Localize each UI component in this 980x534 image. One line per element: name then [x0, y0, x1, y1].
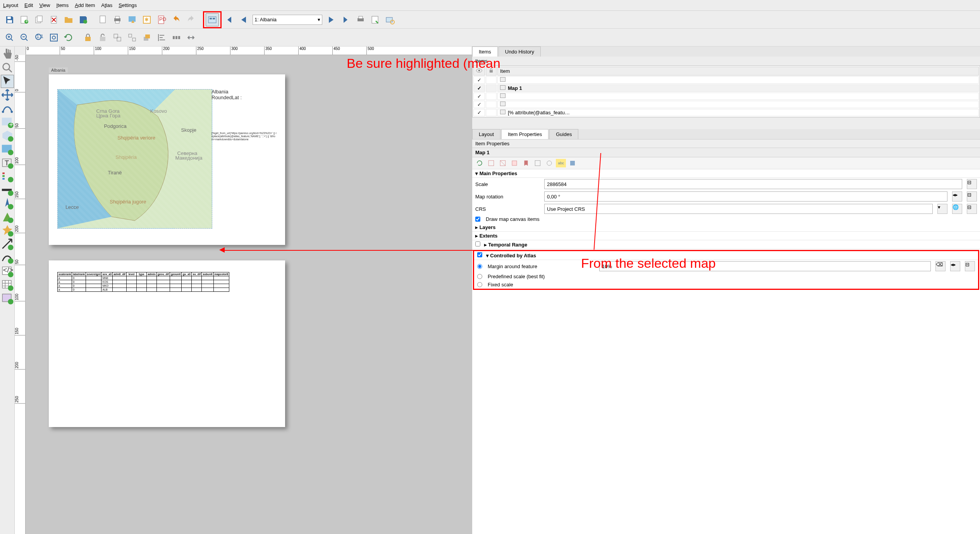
add-map-icon[interactable]: +: [1, 115, 14, 129]
raise-icon[interactable]: [140, 31, 153, 44]
items-table[interactable]: Item ✓✓Map 1✓✓✓[% attribute(@atlas_featu…: [472, 65, 980, 117]
atlas-first-icon[interactable]: [222, 13, 236, 26]
atlas-feature-select[interactable]: 1: Albania ▾: [253, 15, 322, 25]
layout-page-1[interactable]: Shqipëria Crna Gora Црна Гора Kosovo Сев…: [49, 74, 285, 245]
resize-icon[interactable]: [184, 31, 198, 44]
menu-atlas[interactable]: Atlas: [101, 2, 112, 8]
margin-spin-icon[interactable]: ◂▸: [950, 261, 960, 271]
atlas-print-icon[interactable]: [354, 13, 367, 26]
open-folder-icon[interactable]: [62, 13, 75, 26]
items-row[interactable]: ✓Map 1: [473, 84, 979, 92]
view-extent-icon[interactable]: [498, 159, 508, 167]
menu-additem[interactable]: Add Item: [75, 2, 95, 8]
add-nodeitem-icon[interactable]: [1, 251, 14, 264]
refresh-icon[interactable]: [62, 31, 75, 44]
add-picture-icon[interactable]: [1, 143, 14, 156]
clip-settings-icon[interactable]: [544, 159, 554, 167]
menu-settings[interactable]: Settings: [119, 2, 137, 8]
layout-page-2[interactable]: scaleranklabelranksovereigntsov_a3adm0_d…: [49, 260, 285, 427]
edit-nodes-icon[interactable]: [1, 102, 14, 115]
align-left-icon[interactable]: [155, 31, 168, 44]
rotation-spin-icon[interactable]: ◂▸: [952, 191, 962, 202]
undo-icon[interactable]: [170, 13, 183, 26]
atlas-next-icon[interactable]: [325, 13, 338, 26]
labeling-icon[interactable]: abc: [556, 159, 566, 167]
add-label-icon[interactable]: T: [1, 156, 14, 169]
fixed-radio[interactable]: [477, 282, 482, 287]
items-row[interactable]: ✓: [473, 101, 979, 108]
add-arrow-icon[interactable]: [1, 238, 14, 251]
move-content-icon[interactable]: [1, 88, 14, 102]
items-row[interactable]: ✓: [473, 93, 979, 100]
tab-layout[interactable]: Layout: [472, 129, 500, 139]
layout-canvas[interactable]: Albania Shqipëria Crna Gora Црна Гора Ko…: [26, 55, 472, 534]
add-marker-icon[interactable]: [1, 224, 14, 237]
refresh-map-icon[interactable]: [475, 159, 485, 167]
rotation-expr-icon[interactable]: ⊟: [967, 191, 977, 202]
save-template-icon[interactable]: [77, 13, 90, 26]
export-image-icon[interactable]: [126, 13, 139, 26]
lock-icon[interactable]: [81, 31, 95, 44]
section-main-properties[interactable]: Main Properties: [472, 169, 980, 178]
predefined-radio[interactable]: [477, 274, 482, 279]
atlas-last-icon[interactable]: [339, 13, 352, 26]
margin-input[interactable]: [599, 261, 931, 271]
zoom-out-icon[interactable]: [18, 31, 31, 44]
duplicate-layout-icon[interactable]: [33, 13, 46, 26]
export-pdf-icon[interactable]: PDF: [155, 13, 168, 26]
atlas-settings-icon[interactable]: [383, 13, 397, 26]
export-svg-icon[interactable]: ✱: [140, 13, 153, 26]
atlas-checkbox[interactable]: [477, 252, 482, 257]
crs-expr-icon[interactable]: ⊟: [967, 204, 977, 214]
unlock-icon[interactable]: [96, 31, 109, 44]
set-extent-icon[interactable]: [486, 159, 496, 167]
crs-input[interactable]: [544, 204, 933, 214]
group-icon[interactable]: [111, 31, 124, 44]
rotation-input[interactable]: [544, 191, 947, 202]
items-row[interactable]: ✓: [473, 76, 979, 84]
zoom-tool-icon[interactable]: [1, 61, 14, 74]
new-layout-icon[interactable]: +: [18, 13, 31, 26]
attribute-table-item[interactable]: scaleranklabelranksovereigntsov_a3adm0_d…: [57, 272, 229, 292]
zoom-full-icon[interactable]: [47, 31, 60, 44]
add-shape-icon[interactable]: [1, 210, 14, 224]
margin-radio[interactable]: [477, 264, 482, 269]
draw-canvas-checkbox[interactable]: [475, 217, 480, 222]
tab-guides[interactable]: Guides: [549, 129, 578, 139]
crs-select-icon[interactable]: 🌐: [952, 204, 962, 214]
preview-atlas-icon[interactable]: [206, 13, 219, 26]
tab-items[interactable]: Items: [472, 47, 498, 57]
add-legend-icon[interactable]: [1, 170, 14, 183]
crs-down-icon[interactable]: ▾: [937, 204, 947, 214]
scale-expr-icon[interactable]: ⊟: [967, 179, 977, 189]
section-atlas[interactable]: Controlled by Atlas: [474, 251, 978, 260]
section-extents[interactable]: Extents: [472, 232, 980, 240]
add-fixedtable-icon[interactable]: [1, 292, 14, 305]
tab-item-properties[interactable]: Item Properties: [501, 129, 548, 139]
ungroup-icon[interactable]: [126, 31, 139, 44]
redo-icon[interactable]: [184, 13, 198, 26]
clip-icon[interactable]: [567, 159, 578, 167]
atlas-prev-icon[interactable]: [237, 13, 250, 26]
add-northarrow-icon[interactable]: [1, 197, 14, 210]
items-row[interactable]: ✓[% attribute(@atlas_featu…: [473, 109, 979, 116]
menu-view[interactable]: View: [39, 2, 50, 8]
pan-tool-icon[interactable]: [1, 48, 14, 61]
tab-undo-history[interactable]: Undo History: [499, 47, 541, 57]
margin-clear-icon[interactable]: ⌫: [935, 261, 946, 271]
bookmark-extent-icon[interactable]: [521, 159, 531, 167]
menu-items[interactable]: Items: [56, 2, 69, 8]
margin-expr-icon[interactable]: ⊟: [965, 261, 975, 271]
add-html-icon[interactable]: </>: [1, 265, 14, 278]
scale-input[interactable]: [544, 179, 962, 189]
delete-layout-icon[interactable]: [47, 13, 60, 26]
select-tool-icon[interactable]: [1, 75, 14, 88]
menu-layout[interactable]: LLayoutayout: [3, 2, 18, 8]
zoom-in-icon[interactable]: [3, 31, 16, 44]
print-icon[interactable]: [111, 13, 124, 26]
add-3dmap-icon[interactable]: [1, 129, 14, 142]
map-item[interactable]: Shqipëria Crna Gora Црна Гора Kosovo Сев…: [57, 89, 212, 229]
menu-edit[interactable]: Edit: [24, 2, 33, 8]
section-layers[interactable]: Layers: [472, 223, 980, 232]
new-page-icon[interactable]: [96, 13, 109, 26]
